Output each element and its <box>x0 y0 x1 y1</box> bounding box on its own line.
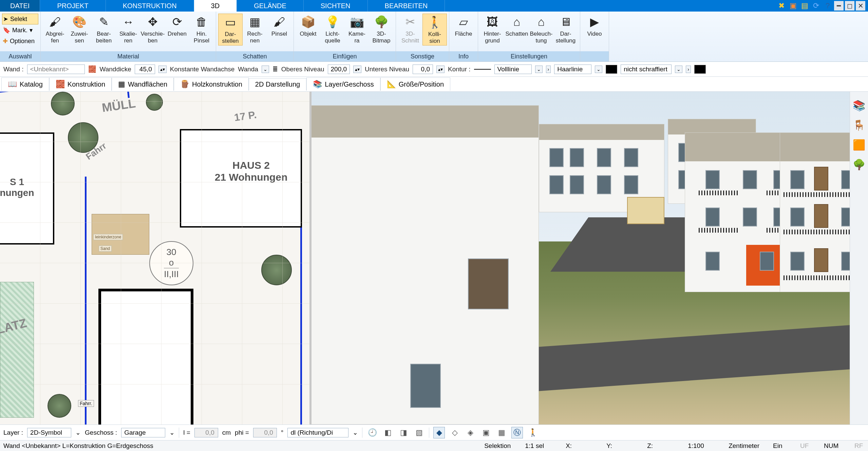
close-button[interactable]: ✕ <box>856 1 865 11</box>
selekt-button[interactable]: ➤Selekt <box>2 14 38 24</box>
ribbon-item-objekt[interactable]: 📦Objekt <box>296 14 320 38</box>
ribbon-item-hintergrund[interactable]: 🖼Hinter-grund <box>480 14 505 45</box>
furniture-icon[interactable]: 🪑 <box>852 118 866 132</box>
oberes-input[interactable]: 200,0 <box>328 65 350 74</box>
cube2-icon[interactable]: ◨ <box>398 427 409 438</box>
oberes-label: Oberes Niveau <box>281 66 324 73</box>
ribbon-item-darstellung[interactable]: 🖥Dar-stellung <box>553 14 578 45</box>
ribbon-item-rechnen[interactable]: ▦Rech-nen <box>243 14 267 45</box>
palette-icon[interactable]: 🟧 <box>852 138 866 151</box>
grid-icon[interactable]: ▦ <box>496 427 507 438</box>
schraff-more[interactable]: › <box>686 66 691 73</box>
person-icon[interactable]: 🚶 <box>527 427 539 438</box>
ribbon-item-abgreifen[interactable]: 🖌Abgrei-fen <box>43 14 67 45</box>
geschoss-select[interactable]: Garage <box>121 428 165 437</box>
ribbon-item-kollision[interactable]: 🚶Kolli-sion <box>422 14 447 46</box>
tools-icon[interactable]: ✖ <box>776 1 787 11</box>
wall-icon[interactable]: 🧱 <box>88 65 96 73</box>
hatch-area <box>0 282 34 418</box>
tooltab-label: Wandflächen <box>128 80 167 88</box>
linie-chevron[interactable]: ⌄ <box>535 66 543 73</box>
haarlinie-select[interactable]: Haarlinie <box>554 65 591 74</box>
snap1-icon[interactable]: ◆ <box>433 427 445 438</box>
tree-icon[interactable]: 🌳 <box>852 158 866 171</box>
ribbon-item-dbitmap[interactable]: 🌳3D-Bitmap <box>369 14 394 45</box>
tab-konstruktion[interactable]: KONSTRUKTION <box>106 0 194 12</box>
unteres-input[interactable]: 0,0 <box>413 65 433 74</box>
dl-select[interactable]: dl (Richtung/Di <box>287 428 348 437</box>
minimize-button[interactable]: ━ <box>834 1 844 11</box>
ribbon-item-drehen[interactable]: ⟳Drehen <box>165 14 189 38</box>
chevron-down-icon: ▾ <box>30 26 33 34</box>
ribbon-item-pinsel[interactable]: 🖌Pinsel <box>267 14 291 38</box>
tab-sichten[interactable]: SICHTEN <box>304 0 368 12</box>
ribbon-item-zuweisen[interactable]: 🎨Zuwei-sen <box>67 14 92 45</box>
optionen-button[interactable]: ✚Optionen <box>2 36 38 46</box>
tooltab-wandflchen[interactable]: ▦Wandflächen <box>112 77 174 91</box>
haar-chevron[interactable]: ⌄ <box>595 66 602 73</box>
tab-projekt[interactable]: PROJEKT <box>40 0 106 12</box>
clipboard-icon[interactable]: ▤ <box>799 1 810 11</box>
tab-3d[interactable]: 3D <box>194 0 237 12</box>
maximize-button[interactable]: ◻ <box>845 1 854 11</box>
linie-more[interactable]: › <box>546 66 551 73</box>
ribbon-item-lichtquelle[interactable]: 💡Licht-quelle <box>320 14 345 45</box>
tooltab-holzkonstruktion[interactable]: 🪵Holzkonstruktion <box>174 77 249 91</box>
package-icon[interactable]: ▣ <box>788 1 798 11</box>
layer-chevron[interactable]: ⌄ <box>75 429 81 436</box>
wanddicke-stepper[interactable]: ▴▾ <box>158 66 167 73</box>
house1-sub: nungen <box>0 187 34 198</box>
ribbon-item-darstellen[interactable]: ▭Dar-stellen <box>218 14 243 46</box>
tab-bearbeiten[interactable]: BEARBEITEN <box>368 0 445 12</box>
ribbon-item-bearbeiten[interactable]: ✎Bear-beiten <box>92 14 116 45</box>
help-icon[interactable]: ? <box>823 1 833 11</box>
ribbon-icon: ↔ <box>121 14 136 29</box>
dl-chevron[interactable]: ⌄ <box>353 429 358 436</box>
wanda-chevron[interactable]: ⌄ <box>262 66 269 73</box>
tab-datei[interactable]: DATEI <box>0 0 40 12</box>
wanddicke-input[interactable]: 45,0 <box>135 65 155 74</box>
linie-select[interactable]: Volllinie <box>494 65 532 74</box>
north-icon[interactable]: Ⓝ <box>511 427 523 438</box>
viewport-3d[interactable] <box>312 92 850 425</box>
cube1-icon[interactable]: ◧ <box>382 427 394 438</box>
clock-icon[interactable]: 🕘 <box>366 427 378 438</box>
schraff-chevron[interactable]: ⌄ <box>675 66 682 73</box>
ribbon-item-skalieren[interactable]: ↔Skalie-ren <box>116 14 140 45</box>
refresh-icon[interactable]: ⟳ <box>811 1 821 11</box>
snap2-icon[interactable]: ◇ <box>449 427 460 438</box>
tooltab-ddarstellung[interactable]: 2D Darstellung <box>249 78 306 90</box>
geschoss-chevron[interactable]: ⌄ <box>169 429 175 436</box>
oberes-stepper[interactable]: ▴▾ <box>353 66 361 73</box>
l-input[interactable]: 0,0 <box>194 428 218 437</box>
kontur-color-swatch[interactable] <box>606 65 617 74</box>
ribbon-item-dschnitt[interactable]: ✂3D-Schnitt <box>398 14 422 45</box>
ribbon-item-beleuchtung[interactable]: ⌂Beleuch-tung <box>529 14 553 45</box>
unteres-stepper[interactable]: ▴▾ <box>436 66 445 73</box>
snap4-icon[interactable]: ▣ <box>480 427 492 438</box>
tooltab-katalog[interactable]: 📖Katalog <box>1 77 49 91</box>
level-icon[interactable]: ≣ <box>272 65 278 73</box>
ribbon-item-video[interactable]: ▶Video <box>582 14 607 38</box>
snap3-icon[interactable]: ◈ <box>465 427 476 438</box>
phi-input[interactable]: 0,0 <box>253 428 277 437</box>
layers-icon[interactable]: 📚 <box>852 98 866 112</box>
ribbon-item-verschieben[interactable]: ✥Verschie-ben <box>140 14 165 45</box>
schraff-select[interactable]: nicht schraffiert <box>621 65 672 74</box>
group-label-einstellungen: Einstellungen <box>478 51 580 61</box>
ribbon-item-kamera[interactable]: 📷Kame-ra <box>345 14 369 45</box>
schraff-color-swatch[interactable] <box>694 65 706 74</box>
cube3-icon[interactable]: ▧ <box>413 427 425 438</box>
status-num: NUM <box>824 442 841 450</box>
wand-select[interactable]: <Unbekannt> <box>27 65 85 74</box>
ribbon-item-hinpinsel[interactable]: 🗑Hin.Pinsel <box>189 14 214 45</box>
tooltab-layergeschoss[interactable]: 📚Layer/Geschoss <box>306 77 380 91</box>
tooltab-greposition[interactable]: 📐Größe/Position <box>380 77 450 91</box>
mark-button[interactable]: 🔖Mark.▾ <box>2 25 38 35</box>
ribbon-item-flche[interactable]: ▱Fläche <box>451 14 476 38</box>
layer-select[interactable]: 2D-Symbol <box>27 428 71 437</box>
tab-gelaende[interactable]: GELÄNDE <box>237 0 304 12</box>
viewport-2d[interactable]: MÜLL 17 P. LATZ Fahrr HAUS 2 21 Wohnunge… <box>0 92 312 425</box>
ribbon-item-schatten[interactable]: ⌂Schatten <box>505 14 529 38</box>
tooltab-konstruktion[interactable]: 🧱Konstruktion <box>49 77 112 91</box>
